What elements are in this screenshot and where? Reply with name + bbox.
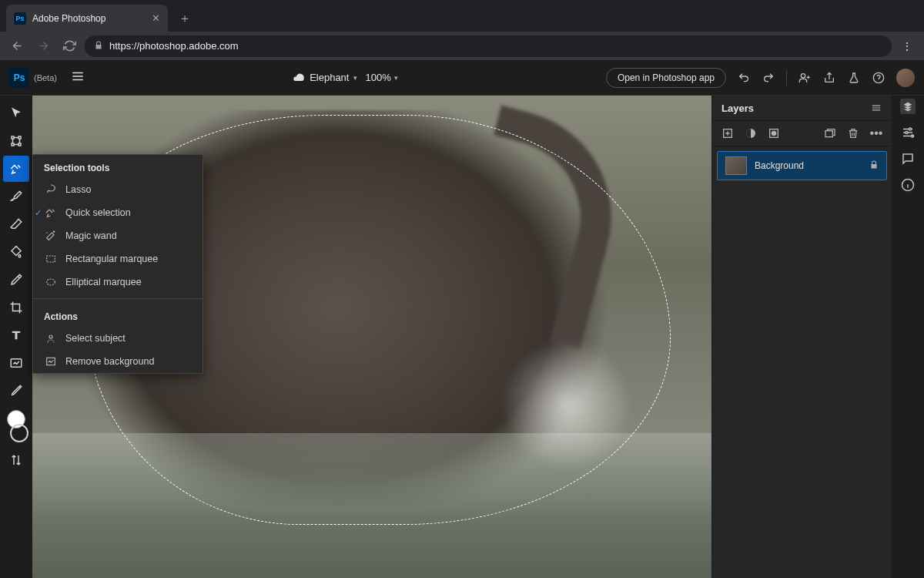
browser-tab-strip: Ps Adobe Photoshop ✕ ＋ (0, 0, 924, 32)
selection-tool-flyout: Selection tools Lasso Quick selection Ma… (32, 154, 203, 374)
svg-rect-12 (47, 256, 55, 262)
select-subject-icon (44, 331, 58, 345)
more-icon[interactable]: ••• (870, 127, 882, 139)
redo-icon[interactable] (762, 71, 775, 85)
invite-icon[interactable] (798, 71, 812, 85)
flyout-action-remove-background[interactable]: Remove background (33, 350, 203, 373)
divider (786, 70, 787, 86)
delete-layer-icon[interactable] (847, 127, 859, 139)
undo-icon[interactable] (737, 71, 751, 85)
svg-rect-7 (825, 131, 832, 137)
comments-rail-icon[interactable] (900, 151, 916, 166)
browser-back-button[interactable] (6, 35, 28, 57)
browser-menu-icon[interactable]: ⋮ (896, 40, 918, 52)
flyout-item-label: Elliptical marquee (65, 277, 142, 287)
close-tab-icon[interactable]: ✕ (152, 12, 160, 24)
background-color-well[interactable] (10, 424, 28, 442)
flyout-action-select-subject[interactable]: Select subject (33, 327, 203, 350)
document-name-dropdown[interactable]: Elephant ▾ (293, 72, 357, 84)
eyedropper-tool[interactable] (3, 267, 29, 293)
chevron-down-icon: ▾ (353, 74, 357, 82)
left-toolbar (0, 96, 32, 578)
selection-tool[interactable] (3, 156, 29, 182)
flyout-item-rectangular-marquee[interactable]: Rectangular marquee (33, 247, 203, 271)
flyout-item-label: Magic wand (65, 230, 117, 241)
flyout-item-magic-wand[interactable]: Magic wand (33, 224, 203, 247)
zoom-dropdown[interactable]: 100% ▾ (365, 72, 397, 83)
magic-wand-icon (44, 229, 58, 243)
url-text: https://photoshop.adobe.com (109, 40, 239, 52)
open-in-app-button[interactable]: Open in Photoshop app (606, 68, 726, 88)
layers-panel-title: Layers (721, 102, 754, 114)
browser-reload-button[interactable] (59, 35, 80, 57)
browser-forward-button[interactable] (32, 35, 54, 57)
elliptical-marquee-icon (44, 275, 58, 289)
svg-point-8 (909, 128, 912, 130)
layer-name: Background (755, 160, 862, 171)
info-rail-icon[interactable] (900, 177, 916, 193)
flyout-item-label: Select subject (65, 333, 126, 344)
fill-tool[interactable] (3, 239, 29, 265)
layers-panel: Layers ••• Background (711, 96, 892, 578)
app-header: Ps (Beta) Elephant ▾ 100% ▾ Open in Phot… (0, 60, 924, 96)
layers-rail-icon[interactable] (900, 99, 916, 114)
svg-point-6 (772, 131, 775, 135)
panel-menu-icon[interactable] (870, 102, 882, 114)
chevron-down-icon: ▾ (394, 74, 398, 82)
brush-tool[interactable] (3, 183, 29, 210)
rectangular-marquee-icon (44, 252, 58, 266)
divider (33, 298, 203, 299)
flyout-item-lasso[interactable]: Lasso (33, 178, 203, 201)
zoom-value: 100% (365, 72, 390, 83)
flyout-item-label: Quick selection (65, 207, 131, 218)
color-picker-tool[interactable] (3, 378, 29, 404)
beta-label: (Beta) (34, 73, 57, 82)
browser-address-bar: https://photoshop.adobe.com ⋮ (0, 32, 924, 60)
move-tool[interactable] (3, 100, 29, 126)
adjustment-layer-icon[interactable] (745, 127, 757, 139)
browser-tab[interactable]: Ps Adobe Photoshop ✕ (6, 5, 168, 32)
layer-thumbnail (725, 156, 747, 175)
flyout-item-quick-selection[interactable]: Quick selection (33, 201, 203, 224)
photoshop-logo[interactable]: Ps (9, 68, 29, 88)
svg-point-0 (801, 73, 805, 77)
eraser-tool[interactable] (3, 211, 29, 237)
svg-point-9 (906, 132, 908, 134)
lasso-icon (44, 183, 58, 197)
adjustments-rail-icon[interactable] (900, 125, 916, 140)
share-icon[interactable] (822, 71, 836, 85)
flyout-item-elliptical-marquee[interactable]: Elliptical marquee (33, 271, 203, 294)
group-icon[interactable] (824, 127, 836, 139)
browser-url-field[interactable]: https://photoshop.adobe.com (85, 35, 892, 57)
flyout-item-label: Lasso (65, 184, 91, 195)
mask-icon[interactable] (768, 127, 780, 139)
help-icon[interactable] (872, 71, 886, 85)
tab-title: Adobe Photoshop (32, 13, 146, 24)
cloud-icon (293, 72, 305, 84)
avatar[interactable] (896, 69, 915, 87)
new-tab-button[interactable]: ＋ (174, 8, 196, 29)
remove-background-icon (44, 355, 58, 368)
document-name: Elephant (310, 72, 349, 83)
layer-row[interactable]: Background (717, 151, 887, 180)
place-image-tool[interactable] (3, 350, 29, 376)
flyout-item-label: Rectangular marquee (65, 254, 158, 264)
type-tool[interactable] (3, 322, 29, 348)
add-layer-icon[interactable] (721, 127, 734, 139)
crop-tool[interactable] (3, 294, 29, 321)
beaker-icon[interactable] (847, 71, 861, 85)
lock-icon[interactable] (869, 159, 879, 173)
svg-point-14 (49, 335, 52, 338)
hamburger-menu-icon[interactable] (71, 69, 85, 86)
flyout-section-header: Selection tools (33, 155, 203, 178)
swap-colors-icon[interactable] (3, 447, 29, 473)
lock-icon (94, 39, 103, 53)
right-rail (892, 96, 924, 578)
svg-point-13 (47, 279, 55, 285)
tab-favicon: Ps (14, 12, 26, 25)
flyout-item-label: Remove background (65, 356, 154, 367)
transform-tool[interactable] (3, 128, 29, 154)
quick-selection-icon (44, 206, 58, 220)
flyout-section-header: Actions (33, 304, 203, 327)
